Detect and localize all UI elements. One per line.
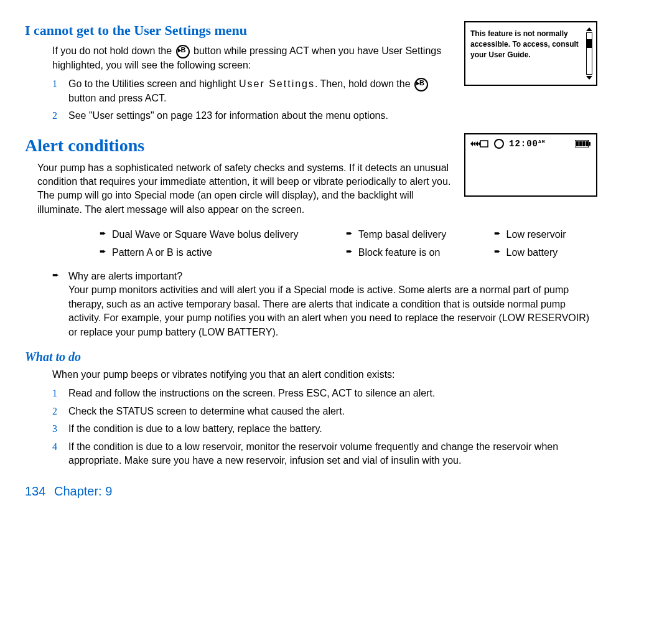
bullet-item: Dual Wave or Square Wave bolus delivery (100, 228, 330, 242)
step-item: If the condition is due to a low reservo… (25, 440, 597, 468)
bullet-item: Block feature is on (346, 246, 478, 260)
clock-readout: 12:00AM (509, 138, 546, 151)
qa-block: Why are alerts important? Your pump moni… (52, 270, 597, 339)
svg-rect-7 (576, 141, 579, 146)
step-item: If the condition is due to a low battery… (25, 422, 597, 436)
reservoir-icon (470, 139, 489, 148)
step-item: Read and follow the instructions on the … (25, 387, 597, 400)
bullet-item: Low battery (494, 246, 597, 260)
steps-list: Read and follow the instructions on the … (25, 387, 597, 467)
bullet-item: Low reservoir (494, 228, 597, 242)
b-button-icon (414, 78, 428, 92)
step-item: Check the STATUS screen to determine wha… (25, 405, 597, 418)
page-number: 134 (25, 482, 45, 500)
svg-rect-8 (579, 141, 582, 146)
svg-rect-6 (589, 142, 590, 146)
step-item: See "User settings" on page 123 for info… (25, 109, 597, 123)
battery-icon (575, 140, 591, 148)
bullet-item: Pattern A or B is active (100, 246, 330, 260)
bullet-item: Temp basal delivery (346, 228, 478, 242)
svg-marker-2 (475, 141, 478, 146)
svg-marker-1 (473, 141, 475, 146)
qa-question: Why are alerts important? (52, 270, 597, 283)
scrollbar-icon (586, 27, 592, 80)
steps-list: Go to the Utilities screen and highlight… (25, 77, 597, 123)
paragraph: When your pump beeps or vibrates notifyi… (52, 368, 597, 382)
qa-answer: Your pump monitors activities and will a… (52, 283, 597, 339)
svg-marker-0 (470, 141, 473, 146)
heading-what-to-do: What to do (25, 348, 597, 365)
step-item: Go to the Utilities screen and highlight… (25, 77, 597, 105)
svg-rect-9 (582, 141, 585, 146)
chapter-label: Chapter: 9 (54, 484, 112, 498)
device-screen-text: This feature is not normally accessible.… (470, 29, 579, 59)
svg-rect-4 (480, 141, 488, 147)
device-screen-user-settings: This feature is not normally accessible.… (464, 21, 597, 86)
page-footer: 134 Chapter: 9 (25, 482, 597, 500)
svg-rect-10 (586, 141, 588, 146)
bullet-columns: Dual Wave or Square Wave bolus deliveryP… (100, 228, 597, 263)
device-screen-status: 12:00AM (464, 133, 597, 197)
b-button-icon (176, 45, 190, 59)
special-mode-icon (494, 139, 504, 149)
